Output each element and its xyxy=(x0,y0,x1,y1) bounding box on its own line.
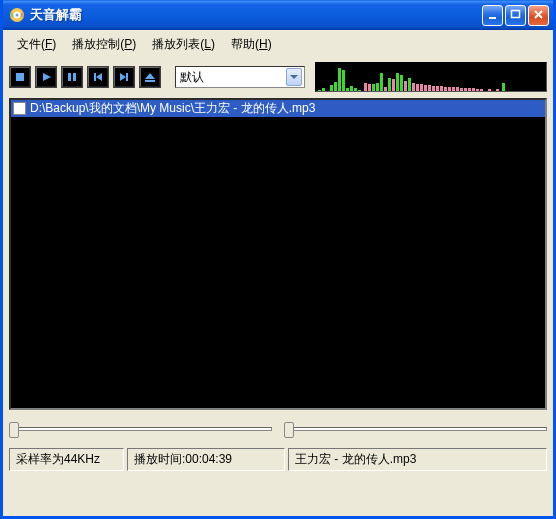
window-title: 天音解霸 xyxy=(30,6,482,24)
svg-rect-44 xyxy=(468,88,471,92)
slider-thumb[interactable] xyxy=(9,422,19,438)
svg-rect-31 xyxy=(416,84,419,92)
position-slider[interactable] xyxy=(9,420,272,438)
svg-rect-22 xyxy=(380,73,383,92)
play-icon xyxy=(43,73,51,81)
svg-rect-46 xyxy=(476,89,479,92)
svg-rect-38 xyxy=(444,87,447,92)
svg-rect-14 xyxy=(346,88,349,92)
prev-icon xyxy=(94,73,102,81)
svg-rect-47 xyxy=(480,89,483,92)
svg-rect-39 xyxy=(448,87,451,92)
preset-select[interactable]: 默认 xyxy=(175,66,305,88)
svg-rect-29 xyxy=(408,78,411,92)
status-now-playing: 王力宏 - 龙的传人.mp3 xyxy=(288,448,547,471)
prev-button[interactable] xyxy=(87,66,109,88)
svg-rect-35 xyxy=(432,86,435,92)
svg-rect-24 xyxy=(388,78,391,92)
app-icon xyxy=(9,7,25,23)
svg-rect-7 xyxy=(318,90,321,92)
statusbar: 采样率为44KHz 播放时间:00:04:39 王力宏 - 龙的传人.mp3 xyxy=(3,446,553,475)
svg-rect-25 xyxy=(392,79,395,92)
next-icon xyxy=(120,73,128,81)
svg-rect-3 xyxy=(11,13,13,17)
next-button[interactable] xyxy=(113,66,135,88)
titlebar[interactable]: 天音解霸 xyxy=(3,0,553,30)
play-button[interactable] xyxy=(35,66,57,88)
menu-file[interactable]: 文件(F) xyxy=(9,34,64,55)
svg-rect-42 xyxy=(460,88,463,92)
svg-rect-9 xyxy=(326,91,329,92)
eject-icon xyxy=(145,73,155,82)
svg-rect-11 xyxy=(334,82,337,92)
svg-rect-36 xyxy=(436,86,439,92)
pause-icon xyxy=(68,73,76,81)
stop-icon xyxy=(16,73,24,81)
svg-rect-18 xyxy=(364,83,367,92)
stop-button[interactable] xyxy=(9,66,31,88)
svg-rect-23 xyxy=(384,87,387,92)
svg-rect-4 xyxy=(21,13,23,17)
svg-rect-26 xyxy=(396,73,399,92)
svg-rect-28 xyxy=(404,81,407,92)
svg-rect-41 xyxy=(456,87,459,92)
svg-point-2 xyxy=(16,14,19,17)
svg-rect-33 xyxy=(424,85,427,92)
main-window: 天音解霸 文件(F) 播放控制(P) 播放列表(L) 帮助(H) 默认 xyxy=(0,0,556,519)
menu-playback-control[interactable]: 播放控制(P) xyxy=(64,34,144,55)
svg-rect-49 xyxy=(496,89,499,92)
svg-rect-30 xyxy=(412,83,415,92)
svg-rect-48 xyxy=(488,89,491,92)
svg-rect-12 xyxy=(338,68,341,92)
preset-value: 默认 xyxy=(180,69,286,86)
volume-slider[interactable] xyxy=(284,420,547,438)
svg-rect-20 xyxy=(372,84,375,92)
svg-rect-10 xyxy=(330,85,333,92)
svg-rect-13 xyxy=(342,70,345,92)
minimize-button[interactable] xyxy=(482,5,503,26)
svg-rect-19 xyxy=(368,84,371,92)
svg-rect-17 xyxy=(358,90,361,92)
svg-rect-15 xyxy=(350,86,353,92)
svg-rect-34 xyxy=(428,85,431,92)
svg-rect-43 xyxy=(464,88,467,92)
maximize-button[interactable] xyxy=(505,5,526,26)
slider-area xyxy=(3,410,553,446)
spectrum-visualizer xyxy=(315,62,547,92)
svg-rect-21 xyxy=(376,83,379,92)
close-button[interactable] xyxy=(528,5,549,26)
svg-rect-50 xyxy=(502,83,505,92)
svg-rect-5 xyxy=(489,17,496,19)
status-sample-rate: 采样率为44KHz xyxy=(9,448,124,471)
menu-help[interactable]: 帮助(H) xyxy=(223,34,280,55)
toolbar: 默认 xyxy=(3,58,553,98)
menu-playlist[interactable]: 播放列表(L) xyxy=(144,34,223,55)
menubar: 文件(F) 播放控制(P) 播放列表(L) 帮助(H) xyxy=(3,30,553,58)
eject-button[interactable] xyxy=(139,66,161,88)
svg-rect-45 xyxy=(472,88,475,92)
svg-rect-8 xyxy=(322,88,325,92)
svg-rect-6 xyxy=(511,11,519,18)
slider-rail xyxy=(284,427,547,431)
svg-rect-40 xyxy=(452,87,455,92)
status-play-time: 播放时间:00:04:39 xyxy=(127,448,285,471)
playlist-item-text: D:\Backup\我的文档\My Music\王力宏 - 龙的传人.mp3 xyxy=(30,100,315,117)
svg-rect-16 xyxy=(354,88,357,92)
dropdown-arrow-icon xyxy=(286,68,302,86)
svg-rect-27 xyxy=(400,75,403,92)
slider-rail xyxy=(9,427,272,431)
playlist[interactable]: D:\Backup\我的文档\My Music\王力宏 - 龙的传人.mp3 xyxy=(9,98,547,410)
playlist-checkbox[interactable] xyxy=(13,102,26,115)
slider-thumb[interactable] xyxy=(284,422,294,438)
svg-rect-37 xyxy=(440,86,443,92)
playlist-row[interactable]: D:\Backup\我的文档\My Music\王力宏 - 龙的传人.mp3 xyxy=(11,100,545,117)
svg-rect-32 xyxy=(420,84,423,92)
pause-button[interactable] xyxy=(61,66,83,88)
